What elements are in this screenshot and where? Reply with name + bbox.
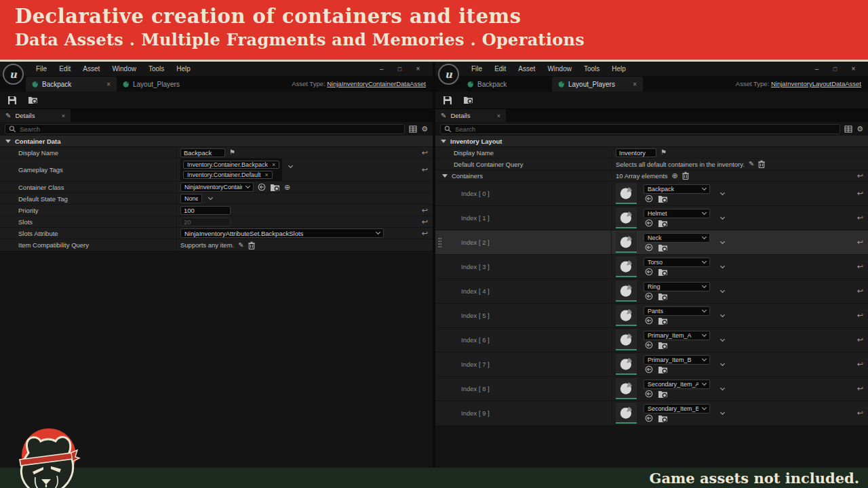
- search-input[interactable]: [455, 125, 836, 133]
- asset-thumbnail[interactable]: [616, 305, 637, 326]
- reset-to-default-icon[interactable]: ↩: [422, 218, 428, 226]
- browse-to-asset-icon[interactable]: [658, 365, 668, 374]
- reset-to-default-icon[interactable]: ↩: [857, 287, 863, 295]
- browse-to-asset-icon[interactable]: [270, 183, 280, 192]
- asset-thumbnail[interactable]: [616, 281, 637, 302]
- use-selected-asset-icon[interactable]: [645, 414, 653, 422]
- container-asset-dropdown[interactable]: Pants: [644, 306, 710, 316]
- asset-thumbnail[interactable]: [616, 354, 637, 375]
- add-element-icon[interactable]: ⊕: [672, 172, 678, 180]
- expand-chevron-icon[interactable]: [720, 312, 725, 317]
- section-container-data[interactable]: Container Data: [0, 136, 433, 147]
- container-array-row[interactable]: Index [ 9 ] Secondary_Item_B ↩: [435, 401, 868, 426]
- tab-layout-players[interactable]: Layout_Players ×: [552, 77, 643, 92]
- browse-to-asset-icon[interactable]: [658, 219, 668, 228]
- save-button[interactable]: [7, 96, 17, 105]
- drag-handle-icon[interactable]: [438, 237, 441, 248]
- container-array-row[interactable]: Index [ 1 ] Helmet ↩: [435, 206, 868, 230]
- browse-to-asset-icon[interactable]: [658, 390, 668, 399]
- container-array-row[interactable]: Index [ 5 ] Pants ↩: [435, 304, 868, 328]
- minimize-icon[interactable]: –: [372, 65, 391, 73]
- browse-to-asset-icon[interactable]: [658, 341, 668, 350]
- asset-thumbnail[interactable]: [616, 329, 637, 350]
- reset-to-default-icon[interactable]: ↩: [857, 385, 863, 392]
- container-asset-dropdown[interactable]: Backpack: [644, 184, 710, 194]
- container-asset-dropdown[interactable]: Ring: [644, 282, 710, 291]
- reset-to-default-icon[interactable]: ↩: [857, 409, 863, 417]
- container-asset-dropdown[interactable]: Primary_Item_A: [644, 331, 710, 340]
- asset-thumbnail[interactable]: [616, 232, 637, 253]
- edit-pencil-icon[interactable]: ✎: [749, 161, 754, 167]
- container-asset-dropdown[interactable]: Secondary_Item_A: [644, 380, 710, 389]
- use-selected-asset-icon[interactable]: [645, 268, 653, 276]
- container-array-row[interactable]: Index [ 4 ] Ring ↩: [435, 279, 868, 304]
- flag-icon[interactable]: ⚑: [660, 149, 667, 156]
- menu-file[interactable]: File: [465, 65, 488, 73]
- collapse-arrow-icon[interactable]: [442, 174, 448, 178]
- asset-thumbnail[interactable]: [616, 403, 637, 424]
- view-options-icon[interactable]: [844, 125, 852, 133]
- save-button[interactable]: [443, 96, 452, 105]
- gameplay-tag-chip[interactable]: Inventory.Container.Backpack×: [183, 161, 279, 169]
- tab-close-icon[interactable]: ×: [106, 81, 111, 88]
- menu-file[interactable]: File: [30, 65, 53, 73]
- asset-thumbnail[interactable]: [616, 256, 637, 277]
- gear-icon[interactable]: ⚙: [421, 125, 428, 133]
- browse-to-asset-icon[interactable]: [658, 414, 668, 423]
- container-class-dropdown[interactable]: NinjaInventoryContainer: [180, 182, 254, 192]
- expand-chevron-icon[interactable]: [720, 361, 725, 365]
- reset-to-default-icon[interactable]: ↩: [857, 239, 863, 246]
- display-name-input[interactable]: [616, 148, 656, 157]
- maximize-icon[interactable]: □: [826, 66, 844, 73]
- expand-chevron-icon[interactable]: [720, 263, 725, 268]
- search-box[interactable]: [440, 124, 840, 134]
- reset-to-default-icon[interactable]: ↩: [422, 207, 428, 214]
- display-name-input[interactable]: [180, 148, 225, 157]
- maximize-icon[interactable]: □: [391, 66, 409, 73]
- browse-to-asset-icon[interactable]: [658, 195, 668, 203]
- use-selected-asset-icon[interactable]: [258, 183, 266, 191]
- expand-chevron-icon[interactable]: [720, 239, 725, 243]
- expand-chevron-icon[interactable]: [720, 214, 725, 219]
- container-array-row[interactable]: Index [ 0 ] Backpack ↩: [435, 182, 868, 206]
- container-asset-dropdown[interactable]: Primary_Item_B: [644, 355, 710, 365]
- asset-type-link[interactable]: NinjaInventoryContainerDataAsset: [327, 80, 426, 87]
- trash-icon[interactable]: [758, 160, 765, 168]
- reset-to-default-icon[interactable]: ↩: [422, 166, 428, 174]
- browse-to-asset-button[interactable]: [28, 96, 38, 104]
- browse-to-asset-button[interactable]: [463, 96, 473, 104]
- container-asset-dropdown[interactable]: Neck: [644, 233, 710, 243]
- minimize-icon[interactable]: –: [808, 65, 826, 73]
- tab-backpack[interactable]: Backpack: [461, 77, 552, 92]
- expand-chevron-icon[interactable]: [720, 385, 725, 390]
- container-asset-dropdown[interactable]: Torso: [644, 258, 710, 267]
- gear-icon[interactable]: ⚙: [856, 125, 863, 133]
- section-inventory-layout[interactable]: Inventory Layout: [435, 136, 868, 147]
- flag-icon[interactable]: ⚑: [229, 149, 235, 156]
- menu-help[interactable]: Help: [170, 65, 197, 73]
- reset-to-default-icon[interactable]: ↩: [422, 230, 428, 237]
- view-options-icon[interactable]: [409, 125, 417, 133]
- container-asset-dropdown[interactable]: Secondary_Item_B: [644, 404, 710, 413]
- use-selected-asset-icon[interactable]: [645, 219, 653, 227]
- container-array-row[interactable]: Index [ 2 ] Neck ↩: [435, 230, 868, 255]
- reset-to-default-icon[interactable]: ↩: [857, 312, 863, 319]
- browse-to-asset-icon[interactable]: [658, 317, 668, 325]
- use-selected-asset-icon[interactable]: [645, 243, 653, 251]
- asset-thumbnail[interactable]: [616, 207, 637, 228]
- menu-window[interactable]: Window: [106, 65, 142, 73]
- use-selected-asset-icon[interactable]: [645, 341, 653, 349]
- tab-close-icon[interactable]: ×: [62, 113, 65, 119]
- asset-thumbnail[interactable]: [616, 378, 637, 399]
- tab-close-icon[interactable]: ×: [497, 113, 500, 119]
- chevron-down-icon[interactable]: [208, 195, 213, 200]
- expand-chevron-icon[interactable]: [720, 409, 725, 414]
- expand-chevron-icon[interactable]: [720, 190, 725, 195]
- browse-to-asset-icon[interactable]: [658, 243, 668, 252]
- menu-asset[interactable]: Asset: [77, 65, 106, 73]
- reset-to-default-icon[interactable]: ↩: [857, 190, 863, 197]
- slots-attribute-dropdown[interactable]: NinjaInventoryAttributeSet.BackpackSlots: [180, 228, 384, 238]
- tab-details[interactable]: ✎ Details ×: [435, 109, 506, 122]
- container-array-row[interactable]: Index [ 3 ] Torso ↩: [435, 255, 868, 279]
- browse-to-asset-icon[interactable]: [658, 292, 668, 301]
